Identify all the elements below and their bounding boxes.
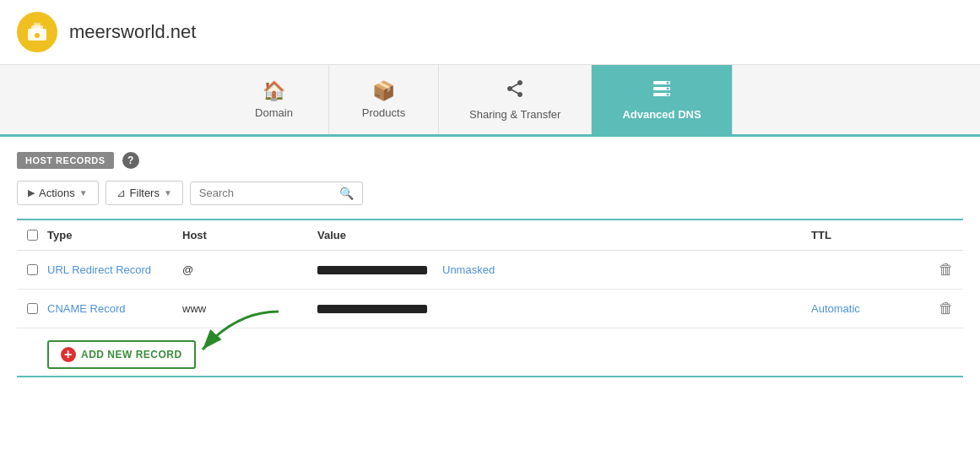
filters-chevron-icon: ▼: [164, 188, 172, 198]
select-all-checkbox[interactable]: [27, 230, 38, 241]
tab-sharing-transfer[interactable]: Sharing & Transfer: [439, 65, 592, 134]
filters-button[interactable]: ⊿ Filters ▼: [106, 181, 183, 205]
sharing-icon: [505, 79, 525, 104]
filters-label: Filters: [130, 187, 160, 199]
svg-point-9: [666, 94, 669, 96]
row1-host: @: [182, 263, 317, 276]
tab-domain[interactable]: 🏠 Domain: [219, 65, 329, 134]
row1-value-tag: Unmasked: [442, 263, 495, 276]
tab-domain-label: Domain: [255, 106, 293, 119]
row2-host: www: [182, 302, 317, 315]
row1-check: [17, 264, 47, 275]
section-bar: HOST RECORDS ?: [17, 152, 963, 169]
header-actions: [929, 229, 963, 241]
row2-delete[interactable]: 🗑: [929, 300, 963, 317]
svg-point-3: [35, 33, 40, 38]
row1-checkbox[interactable]: [27, 264, 38, 275]
tab-products-label: Products: [362, 106, 405, 119]
tab-products[interactable]: 📦 Products: [329, 65, 439, 134]
actions-button[interactable]: ▶ Actions ▼: [17, 181, 99, 205]
actions-chevron-icon: ▼: [79, 188, 88, 198]
row1-value-redacted: [317, 266, 427, 274]
row2-value: [317, 305, 811, 313]
actions-play-icon: ▶: [28, 187, 35, 198]
search-icon: 🔍: [339, 187, 354, 200]
header-type: Type: [47, 229, 182, 241]
header-check: [17, 229, 47, 241]
main-content: HOST RECORDS ? ▶ Actions ▼ ⊿ Filters ▼ 🔍…: [0, 137, 980, 393]
header-ttl: TTL: [811, 229, 929, 241]
header-value: Value: [317, 229, 811, 241]
row1-type-link[interactable]: URL Redirect Record: [47, 263, 151, 276]
row1-delete[interactable]: 🗑: [929, 261, 963, 279]
row2-checkbox[interactable]: [27, 303, 38, 314]
tab-sharing-transfer-label: Sharing & Transfer: [469, 108, 560, 121]
search-box: 🔍: [190, 182, 363, 205]
svg-point-8: [666, 88, 669, 90]
plus-icon: +: [61, 347, 76, 362]
header-host: Host: [182, 229, 317, 241]
row1-type: URL Redirect Record: [47, 263, 182, 276]
row2-value-redacted: [317, 305, 427, 313]
site-title: meersworld.net: [69, 21, 196, 43]
search-input[interactable]: [199, 187, 334, 199]
nav-tabs: 🏠 Domain 📦 Products Sharing & Transfer A…: [0, 65, 980, 137]
filters-funnel-icon: ⊿: [116, 187, 126, 199]
row2-delete-icon[interactable]: 🗑: [939, 300, 954, 317]
tab-advanced-dns-label: Advanced DNS: [622, 108, 701, 121]
products-icon: 📦: [372, 80, 395, 102]
row2-type-link[interactable]: CNAME Record: [47, 302, 125, 315]
toolbar: ▶ Actions ▼ ⊿ Filters ▼ 🔍: [17, 181, 963, 205]
host-records-badge: HOST RECORDS: [17, 152, 114, 169]
add-new-record-button[interactable]: + ADD NEW RECORD: [47, 340, 196, 369]
dns-table: Type Host Value TTL URL Redirect Record …: [17, 219, 963, 377]
table-row: CNAME Record www Automatic 🗑: [17, 290, 963, 328]
table-row: URL Redirect Record @ Unmasked 🗑: [17, 251, 963, 290]
help-icon[interactable]: ?: [122, 152, 139, 169]
svg-point-7: [666, 82, 669, 84]
table-header: Type Host Value TTL: [17, 220, 963, 251]
row1-delete-icon[interactable]: 🗑: [939, 261, 954, 279]
row2-check: [17, 303, 47, 314]
row2-ttl: Automatic: [811, 302, 929, 315]
domain-icon: 🏠: [263, 80, 285, 102]
add-new-record-label: ADD NEW RECORD: [81, 349, 182, 361]
actions-label: Actions: [39, 187, 75, 199]
tab-advanced-dns[interactable]: Advanced DNS: [592, 65, 732, 134]
site-logo: [17, 12, 57, 52]
advanced-dns-icon: [652, 79, 672, 104]
row2-type: CNAME Record: [47, 302, 182, 315]
bottom-border: [17, 376, 963, 377]
page-header: meersworld.net: [0, 0, 980, 65]
row1-value: Unmasked: [317, 263, 811, 276]
add-new-record-section: + ADD NEW RECORD: [17, 328, 963, 369]
svg-rect-2: [34, 23, 41, 30]
